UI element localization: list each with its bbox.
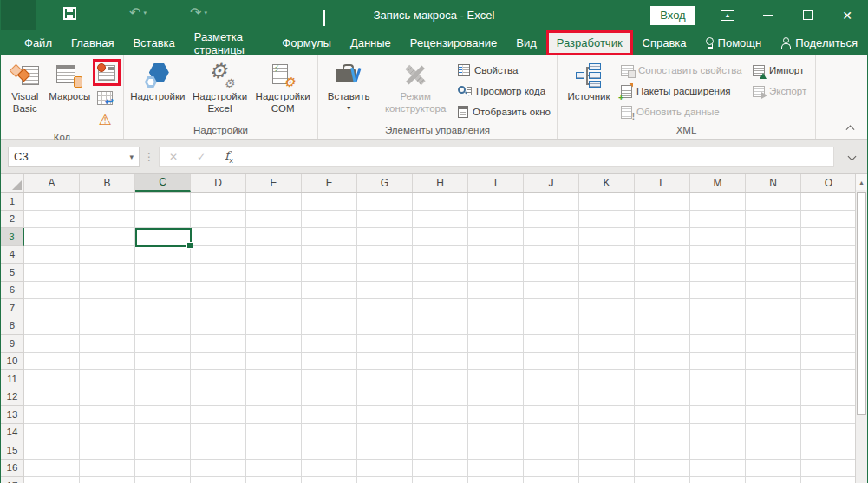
grid-cell-C17[interactable] — [135, 477, 191, 483]
grid-cell-L9[interactable] — [635, 335, 690, 353]
grid-cell-O11[interactable] — [801, 370, 857, 388]
grid-cell-O4[interactable] — [801, 246, 857, 264]
grid-cell-F15[interactable] — [302, 441, 357, 460]
column-header-C[interactable]: C — [135, 174, 191, 192]
grid-cell-D13[interactable] — [191, 406, 246, 424]
grid-cell-H11[interactable] — [413, 370, 468, 388]
grid-cell-B5[interactable] — [80, 264, 135, 282]
column-header-H[interactable]: H — [413, 174, 468, 192]
grid-cell-A2[interactable] — [24, 211, 80, 229]
grid-cell-K1[interactable] — [579, 193, 635, 211]
grid-cell-O2[interactable] — [801, 211, 857, 229]
grid-cell-E8[interactable] — [246, 317, 302, 336]
select-all-corner[interactable] — [1, 174, 24, 192]
grid-cell-B2[interactable] — [80, 211, 135, 229]
grid-cell-D8[interactable] — [191, 317, 246, 336]
scroll-up-button[interactable]: ▲ — [856, 174, 867, 190]
grid-cell-K6[interactable] — [579, 282, 635, 300]
grid-cell-H5[interactable] — [413, 264, 468, 282]
grid-cell-O9[interactable] — [801, 335, 857, 353]
grid-cell-E11[interactable] — [246, 370, 302, 388]
grid-cell-N14[interactable] — [746, 424, 801, 442]
grid-cell-I12[interactable] — [468, 388, 524, 407]
grid-cell-H7[interactable] — [413, 299, 468, 317]
grid-cell-D4[interactable] — [191, 246, 246, 264]
row-header-11[interactable]: 11 — [1, 370, 24, 388]
grid-cell-L13[interactable] — [635, 406, 690, 424]
grid-cell-I6[interactable] — [468, 282, 524, 300]
grid-cell-L2[interactable] — [635, 211, 690, 229]
grid-cell-C7[interactable] — [135, 299, 191, 317]
grid-cell-F1[interactable] — [302, 193, 357, 211]
grid-cell-M6[interactable] — [690, 282, 746, 300]
grid-cell-I2[interactable] — [468, 211, 524, 229]
grid-cell-K16[interactable] — [579, 460, 635, 478]
grid-cell-N2[interactable] — [746, 211, 801, 229]
undo-button[interactable]: ↶▾ — [129, 6, 147, 20]
grid-cell-B14[interactable] — [80, 424, 135, 442]
grid-cell-L4[interactable] — [635, 246, 690, 264]
grid-cell-I10[interactable] — [468, 353, 524, 371]
grid-cell-N15[interactable] — [746, 441, 801, 460]
formula-input[interactable] — [247, 147, 833, 166]
grid-cell-I4[interactable] — [468, 246, 524, 264]
grid-cell-O17[interactable] — [801, 477, 857, 483]
grid-cell-M7[interactable] — [690, 299, 746, 317]
grid-cell-O3[interactable] — [801, 228, 857, 246]
grid-cell-D7[interactable] — [191, 299, 246, 317]
grid-cell-A1[interactable] — [24, 193, 80, 211]
grid-cell-F2[interactable] — [302, 211, 357, 229]
row-header-14[interactable]: 14 — [1, 424, 24, 442]
grid-cell-J17[interactable] — [524, 477, 579, 483]
grid-cell-E2[interactable] — [246, 211, 302, 229]
column-header-E[interactable]: E — [246, 174, 302, 192]
grid-cell-K3[interactable] — [579, 228, 635, 246]
grid-cell-J9[interactable] — [524, 335, 579, 353]
grid-cell-B12[interactable] — [80, 388, 135, 407]
tab-page-layout[interactable]: Разметка страницы — [185, 30, 273, 55]
row-header-3[interactable]: 3 — [1, 228, 24, 246]
grid-cell-K12[interactable] — [579, 388, 635, 407]
grid-cell-A4[interactable] — [24, 246, 80, 264]
grid-cell-C16[interactable] — [135, 460, 191, 478]
grid-cell-I3[interactable] — [468, 228, 524, 246]
grid-cell-E12[interactable] — [246, 388, 302, 407]
grid-cell-H13[interactable] — [413, 406, 468, 424]
grid-cell-I17[interactable] — [468, 477, 524, 483]
record-macro-button[interactable] — [93, 59, 121, 86]
grid-cell-O8[interactable] — [801, 317, 857, 336]
column-header-G[interactable]: G — [357, 174, 413, 192]
grid-cell-C6[interactable] — [135, 282, 191, 300]
maximize-button[interactable] — [787, 0, 827, 30]
grid-cell-O10[interactable] — [801, 353, 857, 371]
grid-cell-G10[interactable] — [357, 353, 413, 371]
grid-cell-K5[interactable] — [579, 264, 635, 282]
grid-cell-L16[interactable] — [635, 460, 690, 478]
grid-cell-G9[interactable] — [357, 335, 413, 353]
grid-cell-K10[interactable] — [579, 353, 635, 371]
row-header-13[interactable]: 13 — [1, 406, 24, 424]
grid-cell-I13[interactable] — [468, 406, 524, 424]
grid-cell-O13[interactable] — [801, 406, 857, 424]
grid-cell-G11[interactable] — [357, 370, 413, 388]
grid-cell-N11[interactable] — [746, 370, 801, 388]
row-header-8[interactable]: 8 — [1, 317, 24, 336]
grid-cell-M10[interactable] — [690, 353, 746, 371]
grid-cell-F10[interactable] — [302, 353, 357, 371]
grid-cell-E1[interactable] — [246, 193, 302, 211]
grid-cell-J13[interactable] — [524, 406, 579, 424]
macros-button[interactable]: Макросы — [47, 58, 93, 103]
grid-cell-C1[interactable] — [135, 193, 191, 211]
run-dialog-button[interactable]: Отобразить окно — [454, 101, 554, 122]
grid-cell-B10[interactable] — [80, 353, 135, 371]
name-box-dropdown-icon[interactable]: ▾ — [129, 153, 134, 161]
grid-cell-K14[interactable] — [579, 424, 635, 442]
grid-cell-O1[interactable] — [801, 193, 857, 211]
grid-cell-B1[interactable] — [80, 193, 135, 211]
properties-button[interactable]: Свойства — [454, 60, 554, 81]
grid-cell-F12[interactable] — [302, 388, 357, 407]
grid-cell-N5[interactable] — [746, 264, 801, 282]
grid-cell-C4[interactable] — [135, 246, 191, 264]
grid-cell-G14[interactable] — [357, 424, 413, 442]
grid-cell-E13[interactable] — [246, 406, 302, 424]
